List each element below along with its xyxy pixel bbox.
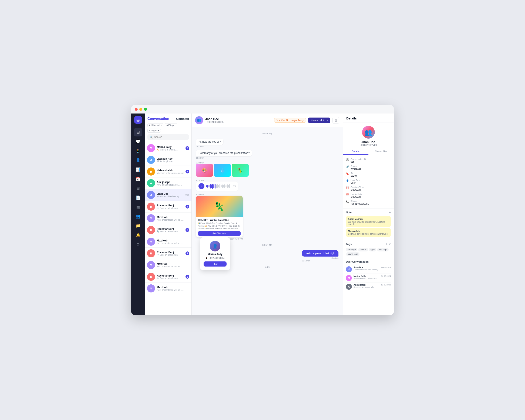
nav-calendar-icon[interactable]: 📅	[134, 175, 142, 183]
conv-item-11[interactable]: M Max Hob Next presentation will be.....…	[145, 259, 191, 271]
user-conversations-title: User Conversation	[346, 260, 391, 263]
promo-cta-6[interactable]: Get Offer Now	[198, 231, 241, 236]
preview-icon-8: 📎	[157, 230, 159, 233]
conv-preview-9: Next presentation will be.......	[157, 242, 188, 245]
contact-popup: 👤 Marina Jolly 📱 +8801400620055 Chat	[200, 237, 230, 270]
note-section: Note + Abdul Mannan We have provide a lo…	[343, 209, 394, 240]
uc-item-1[interactable]: M Marina Jolly Builds several business s…	[346, 274, 391, 283]
nav-home-icon[interactable]: ⊟	[134, 128, 142, 137]
note-add-button[interactable]: +	[389, 211, 391, 214]
filter-agent[interactable]: All Agent ▾	[147, 128, 161, 133]
close-dot[interactable]	[135, 108, 138, 111]
maximize-dot[interactable]	[144, 108, 147, 111]
popup-chat-button[interactable]: Chat	[204, 261, 226, 266]
conversation-id-value: 535	[351, 160, 366, 163]
wave-bar-19	[222, 184, 223, 188]
conv-item-13[interactable]: M Max Hob Next presentation will be.....…	[145, 283, 191, 294]
conv-time-5: 09:35	[184, 194, 189, 196]
copy-icon[interactable]: ⎘	[332, 117, 339, 124]
play-button-5[interactable]: ⏸	[198, 183, 205, 189]
messages-area: Yesterday Hi, how are you all? 01:12 PM …	[192, 127, 343, 315]
msg-img-icon-4-1: 💧	[214, 164, 231, 177]
conv-item-7[interactable]: M Max Hob Next presentation will be.....…	[145, 212, 191, 224]
nav-kanban-icon[interactable]: ⊞	[134, 184, 142, 192]
conv-item-10[interactable]: R Rockstar Benj 📎 Sent an attachment 2	[145, 248, 191, 259]
nav-settings-icon[interactable]: ⚙	[134, 240, 142, 249]
filter-tags[interactable]: All Tags ▾	[165, 123, 177, 127]
tab-details[interactable]: Details	[343, 148, 368, 155]
conv-item-4[interactable]: A Alix joseph How did you prepared......…	[145, 177, 191, 189]
chat-header: 👥 Jhon Doe +8801400620055 You Can No Lon…	[192, 113, 343, 127]
conversation-list: Conversation Contacts All Channel ▾ All …	[145, 113, 192, 315]
conv-avatar-11: M	[147, 261, 155, 269]
minimize-dot[interactable]	[139, 108, 142, 111]
conv-item-3[interactable]: H Hafsa shaikh Meet me before presentati…	[145, 166, 191, 177]
user-type-info: User Type User	[351, 179, 360, 184]
badge-6: 2	[186, 205, 189, 209]
tags-add-icon[interactable]: +	[386, 242, 388, 246]
nav-notes-icon[interactable]: 📄	[134, 193, 142, 202]
wave-bar-17	[221, 184, 221, 188]
search-input[interactable]	[154, 136, 187, 139]
nav-grid-icon[interactable]: ▦	[134, 203, 142, 211]
conv-item-12[interactable]: R Rockstar Benj 📎 Sent an attachment 2	[145, 271, 191, 283]
tag-3[interactable]: test tags	[377, 248, 389, 251]
msg-time-4: 05:32 AM	[196, 162, 249, 164]
chat-header-right: You Can No Longer Reply Nizam Uddin ▾ ⎘	[274, 117, 339, 124]
nav-folder-icon[interactable]: 📁	[134, 221, 142, 230]
conv-item-2[interactable]: J Jackson Roy 🖼 Sent a picture	[145, 154, 191, 166]
nav-reports-icon[interactable]: 📊	[134, 165, 142, 174]
nav-contacts-icon[interactable]: 👤	[134, 156, 142, 164]
popup-avatar: 👤	[210, 241, 220, 251]
id-icon: 🔖	[346, 172, 349, 175]
badge-3: 3	[186, 170, 189, 173]
tags-settings-icon[interactable]: ⚙	[388, 242, 391, 246]
source-info: Source WhatsApp	[351, 165, 361, 170]
uc-item-0[interactable]: J Jhon Doe I have complete task already …	[346, 265, 391, 274]
conv-item-8[interactable]: R Rockstar Benj 📎 Sent an attachment 2	[145, 224, 191, 236]
uc-msg-2: Because we cannot take	[354, 286, 379, 288]
phone-row: 📞 Phone +8801400620055	[346, 199, 391, 206]
uc-item-2[interactable]: A Abdul Malik Because we cannot take 12-…	[346, 283, 391, 291]
tag-4[interactable]: saved tags	[346, 252, 359, 256]
chat-user-info: Jhon Doe +8801400620055	[205, 117, 224, 123]
msg-images-container-4: 05:32 AM 🎨 💧 🦜	[196, 161, 249, 177]
conv-info-11: Max Hob Next presentation will be.......	[157, 263, 188, 268]
tab-shared-files[interactable]: Shared files	[368, 148, 394, 155]
note-user-2: Marina Jolly	[348, 230, 389, 232]
conversation-title: Conversation	[147, 117, 169, 121]
conv-item-1[interactable]: M Marina Jolly ✏️ Marina is typing......…	[145, 142, 191, 154]
nav-chat-icon[interactable]: 💬	[134, 137, 142, 146]
msg-images-4: 05:32 AM 🎨 💧 🦜	[196, 161, 338, 177]
conv-name-1: Marina Jolly	[157, 146, 184, 149]
contacts-label[interactable]: Contacts	[176, 117, 189, 120]
note-text-2: Software development services worldwide.	[348, 233, 389, 235]
conv-info-13: Max Hob Next presentation will be.......	[157, 286, 188, 291]
conv-info-1: Marina Jolly ✏️ Marina is typing......	[157, 146, 184, 151]
conv-avatar-1: M	[147, 144, 155, 152]
creation-time-icon: ⏰	[346, 186, 349, 189]
conv-item-6[interactable]: R Rockstar Benj 📎 Sent an attachment 2	[145, 201, 191, 212]
nav-bell-icon[interactable]: 🔔	[134, 231, 142, 239]
conv-info-12: Rockstar Benj 📎 Sent an attachment	[157, 274, 184, 280]
conv-preview-7: Next presentation will be.......	[157, 219, 188, 221]
conv-item-9[interactable]: M Max Hob Next presentation will be.....…	[145, 236, 191, 248]
tag-0[interactable]: sdhedge	[346, 248, 357, 251]
tag-1[interactable]: csbers	[358, 248, 368, 251]
no-reply-badge: You Can No Longer Reply	[274, 118, 306, 123]
conv-name-10: Rockstar Benj	[157, 251, 184, 254]
nav-team-icon[interactable]: 👥	[134, 212, 142, 221]
note-card-1: Abdul Mannan We have provide a lot suppo…	[346, 216, 391, 227]
tag-2[interactable]: tjfgb	[369, 248, 376, 251]
assign-button[interactable]: Nizam Uddin ▾	[308, 118, 330, 123]
nav-phone-icon[interactable]: 📱	[134, 147, 142, 155]
conv-items: M Marina Jolly ✏️ Marina is typing......…	[145, 142, 191, 315]
details-tabs: Details Shared files	[343, 148, 394, 155]
conv-item-5[interactable]: J Jhon Doe What about Wednesday....... 0…	[145, 189, 191, 201]
conv-info-4: Alix joseph How did you prepared.......	[157, 181, 188, 186]
user-type-row: 👤 User Type User	[346, 178, 391, 185]
filter-channel[interactable]: All Channel ▾	[147, 123, 163, 127]
conv-avatar-3: H	[147, 167, 155, 175]
msg-time-6: 12:02 AM	[196, 194, 243, 196]
nav-logo: ◎	[134, 116, 142, 124]
